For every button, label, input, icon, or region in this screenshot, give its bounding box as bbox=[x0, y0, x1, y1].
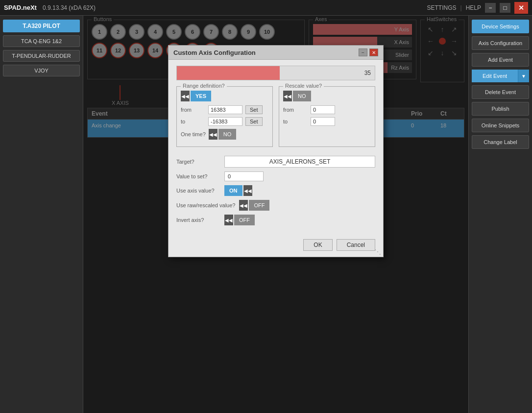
modal-title: Custom Axis Configuration bbox=[173, 49, 256, 56]
invert-axis-label: Invert axis? bbox=[176, 217, 220, 223]
rescale-to-label: to bbox=[283, 119, 308, 124]
edit-event-button[interactable]: Edit Event bbox=[472, 70, 518, 82]
value-to-set-input[interactable] bbox=[224, 171, 264, 181]
publish-button[interactable]: Publish bbox=[472, 102, 529, 116]
use-axis-label: Use axis value? bbox=[176, 188, 220, 194]
custom-axis-modal: Custom Axis Configuration − ✕ 35 bbox=[168, 45, 384, 257]
device-settings-button[interactable]: Device Settings bbox=[472, 20, 529, 33]
change-label-button[interactable]: Change Label bbox=[472, 135, 529, 149]
range-from-label: from bbox=[181, 107, 205, 113]
close-button[interactable]: ✕ bbox=[514, 2, 528, 14]
sidebar-item-vjoy[interactable]: VJOY bbox=[3, 65, 80, 76]
use-axis-nav[interactable]: ◀◀ bbox=[243, 185, 252, 196]
minimize-button[interactable]: − bbox=[485, 3, 496, 13]
use-raw-label: Use raw/rescaled value? bbox=[176, 202, 235, 208]
main-layout: T.A320 PILOT TCA Q-ENG 1&2 T-PENDULAR-RU… bbox=[0, 16, 532, 413]
range-def-yes[interactable]: YES bbox=[191, 91, 211, 101]
modal-titlebar: Custom Axis Configuration − ✕ bbox=[169, 46, 383, 60]
rescale-box: Rescale value? ◀◀ NO from bbox=[279, 86, 375, 147]
rescale-from-input[interactable] bbox=[311, 105, 335, 114]
edit-event-group: Edit Event ▼ bbox=[472, 70, 529, 82]
target-label: Target? bbox=[176, 159, 220, 165]
invert-axis-toggle-group: ◀◀ OFF bbox=[224, 215, 255, 225]
target-row: Target? bbox=[176, 156, 375, 168]
sidebar-item-active[interactable]: T.A320 PILOT bbox=[3, 20, 80, 32]
range-to-input[interactable] bbox=[208, 117, 242, 126]
range-to-label: to bbox=[181, 119, 205, 124]
range-from-row: from Set bbox=[181, 105, 268, 114]
edit-event-dropdown[interactable]: ▼ bbox=[518, 70, 529, 82]
target-input[interactable] bbox=[224, 156, 375, 168]
rescale-to-row: to bbox=[283, 117, 371, 126]
range-def-label: Range definition? bbox=[181, 83, 227, 89]
range-from-input[interactable] bbox=[208, 105, 242, 114]
range-to-row: to Set bbox=[181, 117, 268, 126]
range-definition-box: Range definition? ◀◀ YES from Set bbox=[176, 86, 273, 147]
rescale-no[interactable]: NO bbox=[293, 91, 311, 101]
modal-minimize-button[interactable]: − bbox=[359, 49, 367, 56]
value-to-set-label: Value to set? bbox=[176, 173, 220, 179]
modal-overlay: Custom Axis Configuration − ✕ 35 bbox=[83, 16, 468, 413]
sidebar-item-tca[interactable]: TCA Q-ENG 1&2 bbox=[3, 35, 80, 47]
range-def-toggle-row: ◀◀ YES bbox=[181, 91, 268, 101]
rescale-toggle-row: ◀◀ NO bbox=[283, 91, 371, 101]
one-time-label: One time? bbox=[181, 131, 206, 137]
range-rescale-row: Range definition? ◀◀ YES from Set bbox=[176, 86, 375, 152]
modal-footer: OK Cancel bbox=[169, 235, 383, 257]
rescale-prev[interactable]: ◀◀ bbox=[283, 91, 292, 101]
range-def-prev[interactable]: ◀◀ bbox=[181, 91, 190, 101]
maximize-button[interactable]: □ bbox=[500, 3, 510, 13]
use-raw-nav[interactable]: ◀◀ bbox=[239, 200, 248, 211]
modal-slider-value: 35 bbox=[364, 70, 371, 76]
rescale-label: Rescale value? bbox=[283, 83, 324, 89]
modal-controls: − ✕ bbox=[359, 49, 378, 56]
invert-axis-nav[interactable]: ◀◀ bbox=[224, 215, 233, 225]
range-to-set[interactable]: Set bbox=[245, 117, 263, 126]
use-raw-toggle-group: ◀◀ OFF bbox=[239, 200, 269, 211]
rescale-from-label: from bbox=[283, 107, 308, 113]
axis-config-button[interactable]: Axis Configuration bbox=[472, 36, 529, 50]
rescale-toggle-group: ◀◀ NO bbox=[283, 91, 311, 101]
modal-axis-slider[interactable]: 35 bbox=[176, 66, 375, 80]
one-time-no[interactable]: NO bbox=[218, 129, 237, 140]
sidebar: T.A320 PILOT TCA Q-ENG 1&2 T-PENDULAR-RU… bbox=[0, 16, 83, 413]
app-version: 0.9.13.34 (xDA 62X) bbox=[43, 4, 96, 11]
modal-axis-slider-fill bbox=[177, 66, 280, 80]
one-time-prev[interactable]: ◀◀ bbox=[209, 129, 218, 140]
use-axis-on[interactable]: ON bbox=[224, 185, 242, 196]
cancel-button[interactable]: Cancel bbox=[337, 239, 375, 251]
ok-button[interactable]: OK bbox=[303, 239, 332, 251]
resize-handle[interactable]: ⋱ bbox=[370, 248, 381, 256]
sidebar-item-pendular[interactable]: T-PENDULAR-RUDDER bbox=[3, 50, 80, 62]
app-name: SPAD.neXt bbox=[4, 4, 37, 11]
online-snippets-button[interactable]: Online Snippets bbox=[472, 119, 529, 132]
delete-event-button[interactable]: Delete Event bbox=[472, 85, 529, 99]
settings-link[interactable]: SETTINGS bbox=[427, 4, 457, 11]
range-from-set[interactable]: Set bbox=[245, 105, 263, 114]
modal-close-button[interactable]: ✕ bbox=[369, 49, 378, 56]
one-time-row: One time? ◀◀ NO bbox=[181, 129, 268, 140]
content-area: Buttons 1 2 3 4 5 6 7 8 9 10 11 12 13 bbox=[83, 16, 468, 413]
use-raw-off[interactable]: OFF bbox=[249, 200, 269, 211]
one-time-toggle-group: ◀◀ NO bbox=[209, 129, 237, 140]
add-event-button[interactable]: Add Event bbox=[472, 53, 529, 67]
use-raw-row: Use raw/rescaled value? ◀◀ OFF bbox=[176, 200, 375, 211]
invert-axis-off[interactable]: OFF bbox=[234, 215, 255, 225]
value-to-set-row: Value to set? bbox=[176, 171, 375, 181]
help-link[interactable]: HELP bbox=[466, 4, 481, 11]
modal-body: 35 Range definition? ◀◀ YES bbox=[169, 60, 383, 235]
rescale-from-row: from bbox=[283, 105, 371, 114]
rescale-to-input[interactable] bbox=[311, 117, 335, 126]
use-axis-toggle-group: ON ◀◀ bbox=[224, 185, 252, 196]
invert-axis-row: Invert axis? ◀◀ OFF bbox=[176, 215, 375, 225]
right-panel: Device Settings Axis Configuration Add E… bbox=[468, 16, 532, 413]
top-bar: SPAD.neXt 0.9.13.34 (xDA 62X) SETTINGS |… bbox=[0, 0, 532, 16]
use-axis-row: Use axis value? ON ◀◀ bbox=[176, 185, 375, 196]
range-def-toggle-group: ◀◀ YES bbox=[181, 91, 211, 101]
